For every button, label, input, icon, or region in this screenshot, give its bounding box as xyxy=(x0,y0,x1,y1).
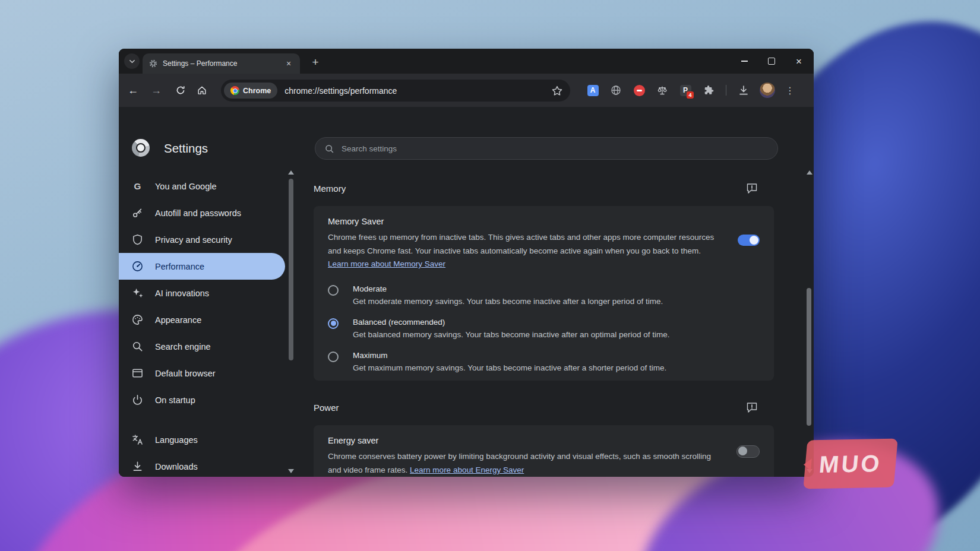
scrollbar-thumb[interactable] xyxy=(289,179,293,360)
memory-section-header: Memory xyxy=(314,176,774,200)
page-scrollbar[interactable] xyxy=(805,169,813,474)
radio-maximum[interactable] xyxy=(328,352,339,362)
chrome-chip-label: Chrome xyxy=(243,87,271,95)
reload-button[interactable] xyxy=(171,81,190,100)
maximize-button[interactable] xyxy=(758,49,785,74)
sidebar-item-appearance[interactable]: Appearance xyxy=(119,306,285,333)
scroll-up-arrow[interactable] xyxy=(288,170,294,175)
translate-icon xyxy=(131,433,144,446)
sparkle-icon xyxy=(131,287,144,299)
memory-saver-toggle[interactable] xyxy=(738,235,760,246)
home-button[interactable] xyxy=(192,81,211,100)
sidebar-item-label: Languages xyxy=(155,435,198,445)
google-g-icon: G xyxy=(131,180,144,192)
bookmark-star-icon[interactable] xyxy=(551,85,563,97)
radio-balanced[interactable] xyxy=(328,318,339,329)
search-engine-icon xyxy=(131,340,144,353)
energy-saver-toggle[interactable] xyxy=(736,445,760,458)
sidebar-item-label: Default browser xyxy=(155,369,216,378)
sidebar-item-search-engine[interactable]: Search engine xyxy=(119,333,285,360)
address-bar[interactable]: Chrome chrome://settings/performance xyxy=(221,80,570,102)
option-balanced[interactable]: Balanced (recommended) Get balanced memo… xyxy=(328,312,760,345)
forward-button[interactable]: → xyxy=(147,81,166,100)
sidebar-item-performance[interactable]: Performance xyxy=(119,253,285,280)
option-label: Moderate xyxy=(353,283,663,295)
sidebar-item-on-startup[interactable]: On startup xyxy=(119,387,285,413)
tab-strip: Settings – Performance × + × xyxy=(119,49,814,74)
downloads-toolbar-icon[interactable] xyxy=(736,83,751,97)
sidebar-item-label: Privacy and security xyxy=(155,235,232,245)
extension-icon-globe[interactable] xyxy=(609,83,623,97)
option-moderate[interactable]: Moderate Get moderate memory savings. Yo… xyxy=(328,278,760,312)
download-icon xyxy=(131,460,144,473)
window-controls: × xyxy=(731,49,813,74)
tab-close-icon[interactable]: × xyxy=(283,58,294,69)
profile-avatar[interactable] xyxy=(760,83,775,98)
svg-text:G: G xyxy=(134,181,141,191)
search-placeholder: Search settings xyxy=(342,144,397,153)
palette-icon xyxy=(131,314,144,326)
muo-watermark-text: MUO xyxy=(818,450,883,478)
option-description: Get balanced memory savings. Your tabs b… xyxy=(353,328,670,341)
extension-icon-scales[interactable] xyxy=(655,83,669,97)
radio-moderate[interactable] xyxy=(328,285,339,296)
memory-heading: Memory xyxy=(314,183,346,194)
option-description: Get maximum memory savings. Your tabs be… xyxy=(353,362,666,374)
close-window-button[interactable]: × xyxy=(785,49,813,74)
browser-window: Settings – Performance × + × ← → xyxy=(119,49,814,477)
sidebar-item-you-and-google[interactable]: G You and Google xyxy=(119,173,285,200)
tab-search-button[interactable] xyxy=(124,53,140,69)
sidebar-item-label: Autofill and passwords xyxy=(155,208,241,218)
settings-content: Memory Memory Saver Chrome frees up memo… xyxy=(314,169,805,477)
energy-saver-title: Energy saver xyxy=(328,436,720,445)
feedback-icon[interactable] xyxy=(745,401,758,414)
sidebar-item-privacy[interactable]: Privacy and security xyxy=(119,226,285,253)
search-settings-input[interactable]: Search settings xyxy=(315,137,778,160)
extension-icon-blocker[interactable] xyxy=(632,83,646,97)
speedometer-icon xyxy=(131,260,144,273)
toggle-knob xyxy=(750,236,758,245)
scrollbar-thumb[interactable] xyxy=(807,288,811,426)
power-section-header: Power xyxy=(314,395,774,419)
extensions-puzzle-icon[interactable] xyxy=(701,83,716,97)
maximize-icon xyxy=(768,58,775,65)
option-description: Get moderate memory savings. Your tabs b… xyxy=(353,295,663,308)
desktop: Settings – Performance × + × ← → xyxy=(0,0,980,551)
sidebar-item-default-browser[interactable]: Default browser xyxy=(119,360,285,387)
chromium-settings-logo-icon xyxy=(132,139,150,157)
sidebar-item-label: Downloads xyxy=(155,462,198,471)
close-icon: × xyxy=(796,56,802,66)
sidebar-scrollbar[interactable] xyxy=(287,169,295,474)
active-tab[interactable]: Settings – Performance × xyxy=(143,53,300,74)
chrome-url-chip: Chrome xyxy=(224,83,277,99)
sidebar-item-label: Appearance xyxy=(155,315,201,325)
scroll-down-arrow[interactable] xyxy=(288,469,294,473)
shield-icon xyxy=(131,233,144,246)
sidebar-item-label: On startup xyxy=(155,395,195,405)
energy-saver-learn-more-link[interactable]: Learn more about Energy Saver xyxy=(410,466,524,474)
power-heading: Power xyxy=(314,403,339,413)
sidebar-item-ai-innovations[interactable]: AI innovations xyxy=(119,280,285,306)
extension-icon-translate[interactable]: A xyxy=(586,83,600,97)
sidebar-item-autofill[interactable]: Autofill and passwords xyxy=(119,200,285,226)
sidebar-item-label: You and Google xyxy=(155,182,216,191)
memory-saver-description: Chrome frees up memory from inactive tab… xyxy=(328,233,714,255)
new-tab-button[interactable]: + xyxy=(308,55,323,70)
sidebar-item-downloads[interactable]: Downloads xyxy=(119,453,285,477)
power-icon xyxy=(131,394,144,406)
sidebar-item-languages[interactable]: Languages xyxy=(119,426,285,453)
memory-saver-learn-more-link[interactable]: Learn more about Memory Saver xyxy=(328,259,445,268)
minimize-button[interactable] xyxy=(731,49,758,74)
option-maximum[interactable]: Maximum Get maximum memory savings. Your… xyxy=(328,345,760,378)
extensions-area: A P4 ⋮ xyxy=(586,81,796,99)
minimize-icon xyxy=(741,61,748,62)
extension-icon-p[interactable]: P4 xyxy=(678,83,693,97)
back-button[interactable]: ← xyxy=(124,81,143,100)
feedback-icon[interactable] xyxy=(745,182,758,195)
sidebar-item-label: Search engine xyxy=(155,342,211,352)
browser-toolbar: ← → Chrome chrome://settings/performance… xyxy=(119,74,814,107)
browser-menu-icon[interactable]: ⋮ xyxy=(784,85,796,96)
scroll-up-arrow[interactable] xyxy=(807,170,813,175)
url-text[interactable]: chrome://settings/performance xyxy=(284,86,397,96)
tab-title: Settings – Performance xyxy=(163,59,279,68)
